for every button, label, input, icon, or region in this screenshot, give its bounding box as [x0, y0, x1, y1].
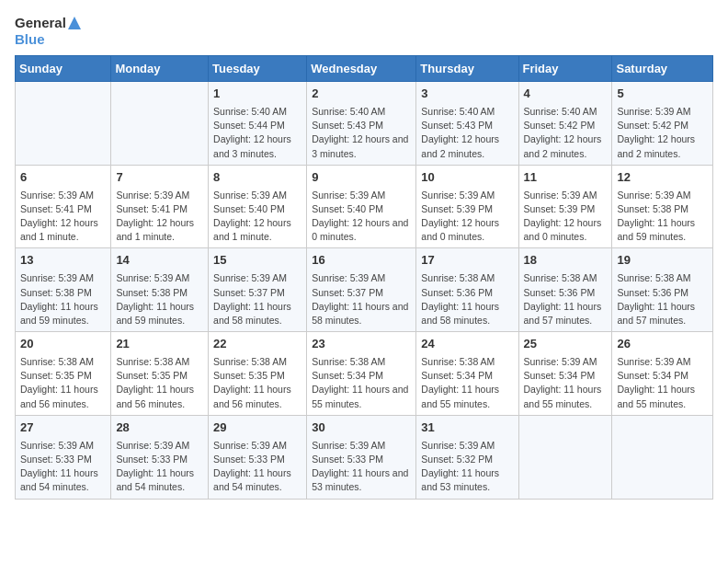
calendar-cell: 23Sunrise: 5:38 AM Sunset: 5:34 PM Dayli… — [307, 332, 416, 416]
cell-content: Sunrise: 5:40 AM Sunset: 5:43 PM Dayligh… — [421, 105, 513, 161]
calendar-cell: 1Sunrise: 5:40 AM Sunset: 5:44 PM Daylig… — [209, 82, 307, 166]
cell-content: Sunrise: 5:39 AM Sunset: 5:40 PM Dayligh… — [312, 189, 411, 245]
calendar-cell: 24Sunrise: 5:38 AM Sunset: 5:34 PM Dayli… — [416, 332, 518, 416]
cell-content: Sunrise: 5:39 AM Sunset: 5:40 PM Dayligh… — [213, 189, 301, 245]
cell-content: Sunrise: 5:40 AM Sunset: 5:43 PM Dayligh… — [312, 105, 411, 161]
column-header-wednesday: Wednesday — [307, 56, 416, 82]
cell-content: Sunrise: 5:39 AM Sunset: 5:33 PM Dayligh… — [116, 439, 203, 495]
day-number: 4 — [524, 86, 608, 103]
calendar-cell: 16Sunrise: 5:39 AM Sunset: 5:37 PM Dayli… — [307, 248, 416, 332]
calendar-cell: 5Sunrise: 5:39 AM Sunset: 5:42 PM Daylig… — [612, 82, 713, 166]
calendar-cell: 9Sunrise: 5:39 AM Sunset: 5:40 PM Daylig… — [307, 165, 416, 248]
calendar-cell — [111, 82, 209, 166]
cell-content: Sunrise: 5:39 AM Sunset: 5:39 PM Dayligh… — [524, 189, 608, 245]
week-row-2: 6Sunrise: 5:39 AM Sunset: 5:41 PM Daylig… — [16, 165, 713, 248]
day-number: 15 — [213, 252, 301, 270]
day-number: 23 — [312, 336, 411, 353]
calendar-cell: 15Sunrise: 5:39 AM Sunset: 5:37 PM Dayli… — [209, 248, 307, 332]
calendar-cell: 7Sunrise: 5:39 AM Sunset: 5:41 PM Daylig… — [111, 165, 209, 248]
calendar-table: SundayMondayTuesdayWednesdayThursdayFrid… — [15, 55, 713, 500]
calendar-cell: 8Sunrise: 5:39 AM Sunset: 5:40 PM Daylig… — [209, 165, 307, 248]
day-number: 14 — [116, 252, 203, 270]
day-number: 17 — [421, 252, 513, 270]
calendar-cell: 10Sunrise: 5:39 AM Sunset: 5:39 PM Dayli… — [416, 165, 518, 248]
cell-content: Sunrise: 5:39 AM Sunset: 5:38 PM Dayligh… — [20, 271, 106, 327]
week-row-1: 1Sunrise: 5:40 AM Sunset: 5:44 PM Daylig… — [16, 82, 713, 166]
day-number: 13 — [20, 252, 106, 270]
day-number: 3 — [421, 86, 513, 103]
cell-content: Sunrise: 5:38 AM Sunset: 5:35 PM Dayligh… — [213, 355, 301, 411]
day-number: 21 — [116, 336, 203, 353]
day-number: 9 — [312, 169, 411, 187]
calendar-cell: 13Sunrise: 5:39 AM Sunset: 5:38 PM Dayli… — [16, 248, 111, 332]
calendar-cell: 25Sunrise: 5:39 AM Sunset: 5:34 PM Dayli… — [518, 332, 612, 416]
cell-content: Sunrise: 5:39 AM Sunset: 5:34 PM Dayligh… — [617, 355, 708, 411]
week-row-4: 20Sunrise: 5:38 AM Sunset: 5:35 PM Dayli… — [16, 332, 713, 416]
day-number: 27 — [20, 419, 106, 437]
cell-content: Sunrise: 5:38 AM Sunset: 5:34 PM Dayligh… — [312, 355, 411, 411]
day-number: 22 — [213, 336, 301, 353]
calendar-cell: 6Sunrise: 5:39 AM Sunset: 5:41 PM Daylig… — [16, 165, 111, 248]
cell-content: Sunrise: 5:39 AM Sunset: 5:38 PM Dayligh… — [116, 271, 203, 327]
day-number: 1 — [213, 86, 301, 103]
cell-content: Sunrise: 5:39 AM Sunset: 5:38 PM Dayligh… — [617, 189, 708, 245]
day-number: 28 — [116, 419, 203, 437]
cell-content: Sunrise: 5:38 AM Sunset: 5:36 PM Dayligh… — [617, 271, 708, 327]
day-number: 16 — [312, 252, 411, 270]
cell-content: Sunrise: 5:39 AM Sunset: 5:33 PM Dayligh… — [312, 439, 411, 495]
calendar-cell — [612, 415, 713, 499]
cell-content: Sunrise: 5:39 AM Sunset: 5:41 PM Dayligh… — [116, 189, 203, 245]
calendar-cell: 30Sunrise: 5:39 AM Sunset: 5:33 PM Dayli… — [307, 415, 416, 499]
cell-content: Sunrise: 5:39 AM Sunset: 5:33 PM Dayligh… — [213, 439, 301, 495]
cell-content: Sunrise: 5:40 AM Sunset: 5:42 PM Dayligh… — [524, 105, 608, 161]
cell-content: Sunrise: 5:39 AM Sunset: 5:41 PM Dayligh… — [20, 189, 106, 245]
calendar-cell: 31Sunrise: 5:39 AM Sunset: 5:32 PM Dayli… — [416, 415, 518, 499]
day-number: 29 — [213, 419, 301, 437]
logo: General Blue — [15, 15, 81, 48]
day-number: 7 — [116, 169, 203, 187]
cell-content: Sunrise: 5:39 AM Sunset: 5:32 PM Dayligh… — [421, 439, 513, 495]
day-number: 2 — [312, 86, 411, 103]
column-header-saturday: Saturday — [612, 56, 713, 82]
calendar-cell: 2Sunrise: 5:40 AM Sunset: 5:43 PM Daylig… — [307, 82, 416, 166]
calendar-cell: 14Sunrise: 5:39 AM Sunset: 5:38 PM Dayli… — [111, 248, 209, 332]
day-number: 18 — [524, 252, 608, 270]
day-number: 5 — [617, 86, 708, 103]
day-number: 6 — [20, 169, 106, 187]
day-number: 11 — [524, 169, 608, 187]
day-number: 10 — [421, 169, 513, 187]
calendar-cell: 22Sunrise: 5:38 AM Sunset: 5:35 PM Dayli… — [209, 332, 307, 416]
calendar-cell: 28Sunrise: 5:39 AM Sunset: 5:33 PM Dayli… — [111, 415, 209, 499]
logo-general-text: General — [15, 15, 81, 31]
calendar-cell: 27Sunrise: 5:39 AM Sunset: 5:33 PM Dayli… — [16, 415, 111, 499]
calendar-cell: 12Sunrise: 5:39 AM Sunset: 5:38 PM Dayli… — [612, 165, 713, 248]
column-header-thursday: Thursday — [416, 56, 518, 82]
cell-content: Sunrise: 5:39 AM Sunset: 5:37 PM Dayligh… — [213, 271, 301, 327]
column-headers: SundayMondayTuesdayWednesdayThursdayFrid… — [16, 56, 713, 82]
cell-content: Sunrise: 5:40 AM Sunset: 5:44 PM Dayligh… — [213, 105, 301, 161]
calendar-cell: 18Sunrise: 5:38 AM Sunset: 5:36 PM Dayli… — [518, 248, 612, 332]
page-header: General Blue — [15, 15, 713, 48]
calendar-cell: 20Sunrise: 5:38 AM Sunset: 5:35 PM Dayli… — [16, 332, 111, 416]
calendar-cell: 4Sunrise: 5:40 AM Sunset: 5:42 PM Daylig… — [518, 82, 612, 166]
cell-content: Sunrise: 5:39 AM Sunset: 5:39 PM Dayligh… — [421, 189, 513, 245]
logo-blue-text: Blue — [15, 31, 81, 48]
column-header-monday: Monday — [111, 56, 209, 82]
cell-content: Sunrise: 5:38 AM Sunset: 5:34 PM Dayligh… — [421, 355, 513, 411]
cell-content: Sunrise: 5:39 AM Sunset: 5:37 PM Dayligh… — [312, 271, 411, 327]
cell-content: Sunrise: 5:38 AM Sunset: 5:35 PM Dayligh… — [116, 355, 203, 411]
column-header-sunday: Sunday — [16, 56, 111, 82]
calendar-cell — [16, 82, 111, 166]
cell-content: Sunrise: 5:38 AM Sunset: 5:35 PM Dayligh… — [20, 355, 106, 411]
calendar-cell: 26Sunrise: 5:39 AM Sunset: 5:34 PM Dayli… — [612, 332, 713, 416]
calendar-cell: 17Sunrise: 5:38 AM Sunset: 5:36 PM Dayli… — [416, 248, 518, 332]
calendar-cell: 21Sunrise: 5:38 AM Sunset: 5:35 PM Dayli… — [111, 332, 209, 416]
column-header-tuesday: Tuesday — [209, 56, 307, 82]
cell-content: Sunrise: 5:39 AM Sunset: 5:42 PM Dayligh… — [617, 105, 708, 161]
cell-content: Sunrise: 5:39 AM Sunset: 5:34 PM Dayligh… — [524, 355, 608, 411]
day-number: 30 — [312, 419, 411, 437]
calendar-cell: 19Sunrise: 5:38 AM Sunset: 5:36 PM Dayli… — [612, 248, 713, 332]
week-row-3: 13Sunrise: 5:39 AM Sunset: 5:38 PM Dayli… — [16, 248, 713, 332]
calendar-cell: 11Sunrise: 5:39 AM Sunset: 5:39 PM Dayli… — [518, 165, 612, 248]
day-number: 31 — [421, 419, 513, 437]
